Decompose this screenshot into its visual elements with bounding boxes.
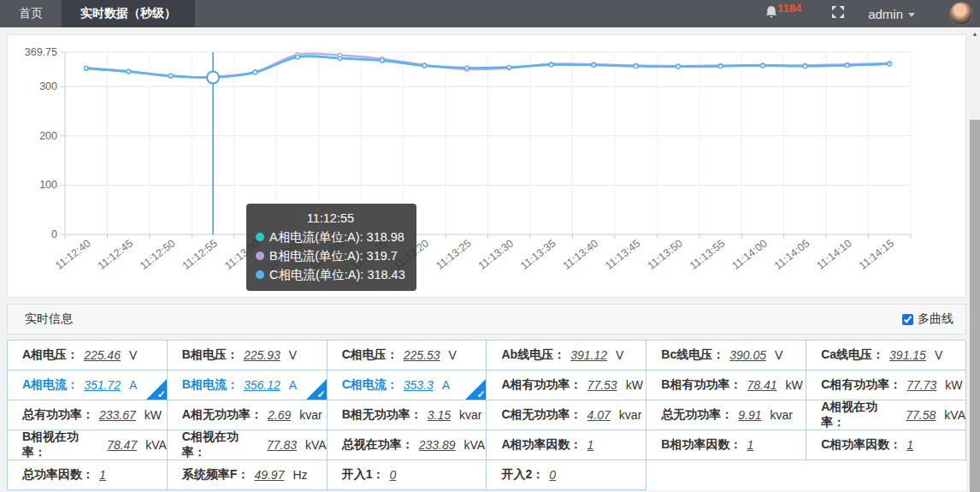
user-menu[interactable]: admin xyxy=(868,7,915,21)
svg-text:100: 100 xyxy=(39,179,57,191)
measurement-value[interactable]: 391.15 xyxy=(889,348,926,362)
svg-text:11:13:35: 11:13:35 xyxy=(518,237,558,271)
check-icon: ✓ xyxy=(476,388,485,400)
svg-text:300: 300 xyxy=(39,80,57,92)
measurement-cell[interactable]: Ca线电压：391.15V xyxy=(806,341,966,370)
measurement-cell[interactable]: A相无功功率：2.69kvar xyxy=(168,400,328,430)
measurement-value[interactable]: 351.72 xyxy=(84,378,121,392)
multi-curve-toggle[interactable]: 多曲线 xyxy=(902,311,953,327)
measurement-cell[interactable]: 开入2：0 xyxy=(487,460,646,490)
measurement-cell[interactable]: C相视在功率：77.83kVA xyxy=(168,430,328,460)
measurement-value[interactable]: 78.47 xyxy=(107,438,137,452)
svg-text:11:13:50: 11:13:50 xyxy=(646,237,685,271)
multi-curve-label: 多曲线 xyxy=(918,311,953,327)
measurement-value[interactable]: 225.46 xyxy=(84,348,121,362)
measurement-unit: kVA xyxy=(305,438,327,452)
measurement-value[interactable]: 77.83 xyxy=(267,438,297,452)
measurement-label: B相电压： xyxy=(182,347,239,363)
measurement-unit: kW xyxy=(786,378,803,392)
measurement-cell[interactable]: A相视在功率：77.58kVA xyxy=(806,400,966,430)
measurement-value[interactable]: 0 xyxy=(549,468,556,482)
measurement-cell[interactable]: A相有功功率：77.53kW xyxy=(487,370,646,400)
measurement-value[interactable]: 77.53 xyxy=(587,378,617,392)
measurement-value[interactable]: 233.89 xyxy=(419,438,456,452)
notifications-button[interactable]: 1184 xyxy=(764,5,801,23)
measurement-cell[interactable]: Bc线电压：390.05V xyxy=(646,341,806,370)
measurement-value[interactable]: 4.07 xyxy=(587,408,611,422)
measurement-label: C相电流： xyxy=(342,377,398,393)
measurement-cell[interactable]: B相视在功率：78.47kVA xyxy=(8,430,168,460)
measurement-cell[interactable]: C相电流：353.3A✓ xyxy=(328,370,487,400)
svg-text:11:13:45: 11:13:45 xyxy=(603,237,642,271)
measurement-cell[interactable]: B相电流：356.12A✓ xyxy=(168,370,328,400)
measurement-value[interactable]: 3.15 xyxy=(428,408,451,422)
measurement-value[interactable]: 225.53 xyxy=(404,348,440,362)
page-scrollbar[interactable]: ▲ xyxy=(970,27,980,492)
measurement-cell[interactable]: 系统频率F：49.97Hz xyxy=(168,460,328,490)
measurement-value[interactable]: 2.69 xyxy=(268,408,291,422)
caret-down-icon xyxy=(908,13,915,17)
measurement-cell[interactable]: 总视在功率：233.89kVA xyxy=(328,430,487,460)
tab-realtime-data[interactable]: 实时数据（秒级） xyxy=(62,0,195,27)
measurement-cell[interactable]: 开入1：0 xyxy=(328,460,487,490)
measurement-value[interactable]: 1 xyxy=(747,438,753,452)
realtime-line-chart[interactable]: 0100200300369.7511:12:4011:12:4511:12:50… xyxy=(8,35,965,300)
measurement-label: B相有功功率： xyxy=(661,377,741,393)
svg-text:0: 0 xyxy=(51,228,57,240)
measurement-value[interactable]: 1 xyxy=(99,468,106,482)
measurement-value[interactable]: 233.67 xyxy=(99,408,136,422)
measurement-unit: kVA xyxy=(145,438,167,452)
measurement-unit: V xyxy=(289,348,297,362)
measurement-cell[interactable]: A相电压：225.46V xyxy=(8,341,168,370)
measurement-cell[interactable]: B相电压：225.93V xyxy=(168,341,328,370)
measurement-cell[interactable]: B相有功功率：78.41kW xyxy=(646,370,806,400)
measurement-cell[interactable]: 总有功功率：233.67kW xyxy=(8,400,168,430)
measurement-cell[interactable]: C相无功功率：4.07kvar xyxy=(487,400,646,430)
measurement-value[interactable]: 78.41 xyxy=(747,378,776,392)
measurement-cell[interactable]: A相功率因数：1 xyxy=(487,430,646,460)
measurement-cell[interactable]: B相功率因数：1 xyxy=(646,430,806,460)
measurement-value[interactable]: 77.73 xyxy=(906,378,936,392)
measurement-value[interactable]: 356.12 xyxy=(244,378,280,392)
tab-home[interactable]: 首页 xyxy=(0,0,62,27)
measurement-value[interactable]: 1 xyxy=(906,438,913,452)
scrollbar-up-arrow[interactable]: ▲ xyxy=(970,27,980,39)
measurement-label: A相电流： xyxy=(22,377,79,393)
user-avatar[interactable] xyxy=(949,2,973,26)
svg-text:11:14:05: 11:14:05 xyxy=(772,237,812,271)
measurement-label: C相视在功率： xyxy=(182,430,262,460)
fullscreen-button[interactable] xyxy=(830,4,846,23)
measurement-cell[interactable]: B相无功功率：3.15kvar xyxy=(328,400,487,430)
measurement-cell[interactable]: Ab线电压：391.12V xyxy=(487,341,646,370)
measurement-value[interactable]: 49.97 xyxy=(254,468,284,482)
measurement-unit: kvar xyxy=(299,408,322,422)
hover-point xyxy=(207,72,219,84)
multi-curve-checkbox[interactable] xyxy=(902,314,913,325)
user-name: admin xyxy=(868,7,903,21)
measurement-value[interactable]: 1 xyxy=(587,438,594,452)
measurement-cell[interactable]: 总无功功率：9.91kvar xyxy=(646,400,806,430)
measurement-value[interactable]: 225.93 xyxy=(244,348,280,362)
measurement-unit: kvar xyxy=(459,408,481,422)
measurement-label: B相视在功率： xyxy=(22,430,102,460)
measurement-cell[interactable]: C相功率因数：1 xyxy=(806,430,966,460)
scrollbar-thumb[interactable] xyxy=(970,120,980,492)
measurement-cell[interactable]: C相电压：225.53V xyxy=(328,341,487,370)
measurement-value[interactable]: 0 xyxy=(389,468,396,482)
measurement-cell[interactable]: C相有功功率：77.73kW xyxy=(806,370,966,400)
measurement-unit: A xyxy=(289,378,297,392)
top-navbar: 首页 实时数据（秒级） 1184 admin xyxy=(0,0,980,27)
measurement-value[interactable]: 390.05 xyxy=(729,348,766,362)
measurement-cell[interactable]: 总功率因数：1 xyxy=(8,460,168,490)
measurement-value[interactable]: 77.58 xyxy=(906,408,936,422)
measurement-value[interactable]: 353.3 xyxy=(404,378,434,392)
notification-badge: 1184 xyxy=(777,2,801,15)
measurement-value[interactable]: 9.91 xyxy=(738,408,761,422)
measurement-label: 总功率因数： xyxy=(22,467,94,483)
measurement-value[interactable]: 391.12 xyxy=(570,348,607,362)
check-icon: ✓ xyxy=(317,388,326,400)
svg-text:11:13:40: 11:13:40 xyxy=(561,237,600,271)
measurement-cell[interactable]: A相电流：351.72A✓ xyxy=(8,370,168,400)
svg-text:11:13:05: 11:13:05 xyxy=(265,237,304,271)
empty-cell xyxy=(806,460,966,490)
